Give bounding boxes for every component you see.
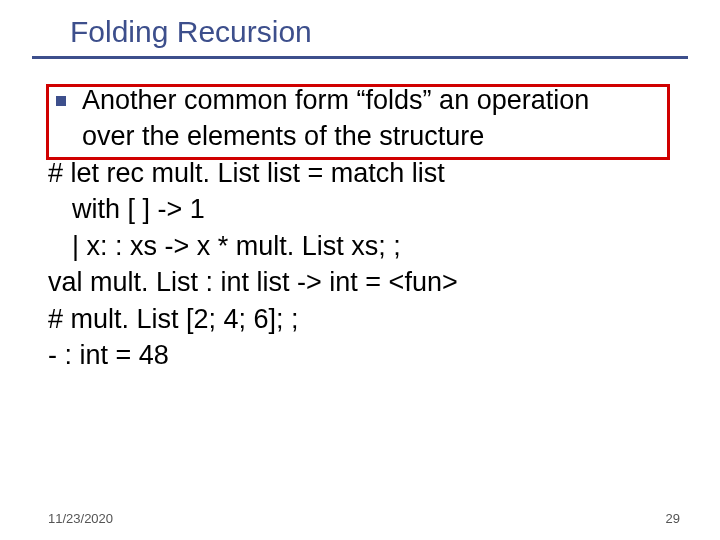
footer-page-number: 29: [666, 511, 680, 526]
code-line-3: | x: : xs -> x * mult. List xs; ;: [48, 228, 680, 264]
slide-title: Folding Recursion: [32, 15, 312, 49]
slide-content: Another common form “folds” an operation…: [48, 82, 680, 374]
code-line-5: # mult. List [2; 4; 6]; ;: [48, 301, 680, 337]
bullet-item: Another common form “folds” an operation…: [48, 82, 680, 155]
code-line-2: with [ ] -> 1: [48, 191, 680, 227]
code-line-6: - : int = 48: [48, 337, 680, 373]
title-underline: [32, 56, 688, 59]
bullet-icon: [56, 96, 66, 106]
footer: 11/23/2020 29: [48, 511, 680, 526]
code-line-1: # let rec mult. List list = match list: [48, 155, 680, 191]
bullet-text-line-1: Another common form “folds” an operation: [48, 82, 680, 118]
title-bar: Folding Recursion: [32, 8, 688, 56]
code-line-4: val mult. List : int list -> int = <fun>: [48, 264, 680, 300]
bullet-text-line-2: over the elements of the structure: [48, 118, 680, 154]
footer-date: 11/23/2020: [48, 511, 113, 526]
